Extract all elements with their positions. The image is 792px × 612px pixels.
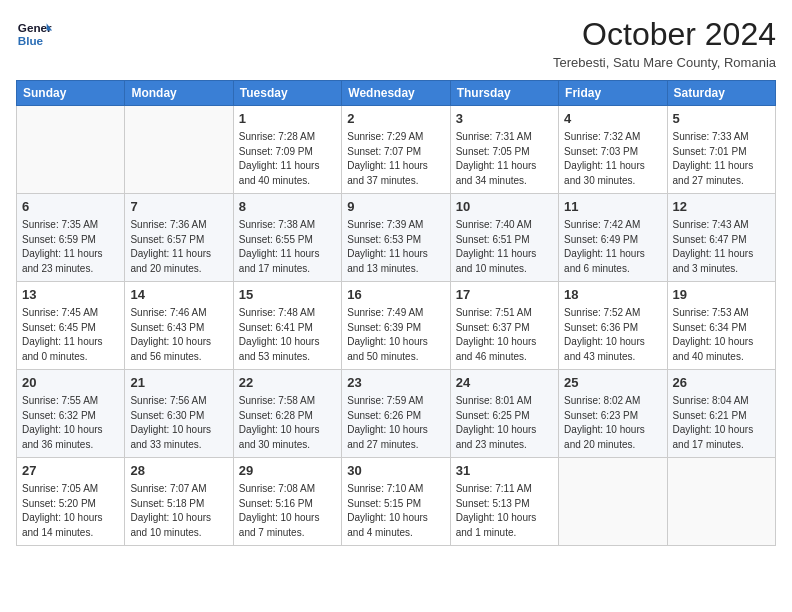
page-header: General Blue October 2024 Terebesti, Sat… [16,16,776,70]
calendar-cell [667,458,775,546]
calendar-cell: 9Sunrise: 7:39 AM Sunset: 6:53 PM Daylig… [342,194,450,282]
calendar-week-row: 13Sunrise: 7:45 AM Sunset: 6:45 PM Dayli… [17,282,776,370]
calendar-cell: 24Sunrise: 8:01 AM Sunset: 6:25 PM Dayli… [450,370,558,458]
day-number: 9 [347,198,444,216]
day-info: Sunrise: 7:43 AM Sunset: 6:47 PM Dayligh… [673,218,770,276]
calendar-week-row: 1Sunrise: 7:28 AM Sunset: 7:09 PM Daylig… [17,106,776,194]
calendar-cell: 19Sunrise: 7:53 AM Sunset: 6:34 PM Dayli… [667,282,775,370]
day-number: 11 [564,198,661,216]
day-number: 21 [130,374,227,392]
day-info: Sunrise: 8:01 AM Sunset: 6:25 PM Dayligh… [456,394,553,452]
calendar-cell: 31Sunrise: 7:11 AM Sunset: 5:13 PM Dayli… [450,458,558,546]
day-info: Sunrise: 7:39 AM Sunset: 6:53 PM Dayligh… [347,218,444,276]
day-number: 2 [347,110,444,128]
calendar-cell: 3Sunrise: 7:31 AM Sunset: 7:05 PM Daylig… [450,106,558,194]
calendar-cell: 11Sunrise: 7:42 AM Sunset: 6:49 PM Dayli… [559,194,667,282]
day-number: 17 [456,286,553,304]
day-info: Sunrise: 7:28 AM Sunset: 7:09 PM Dayligh… [239,130,336,188]
calendar-cell: 2Sunrise: 7:29 AM Sunset: 7:07 PM Daylig… [342,106,450,194]
calendar-cell: 16Sunrise: 7:49 AM Sunset: 6:39 PM Dayli… [342,282,450,370]
day-number: 24 [456,374,553,392]
day-number: 16 [347,286,444,304]
calendar-cell: 27Sunrise: 7:05 AM Sunset: 5:20 PM Dayli… [17,458,125,546]
day-info: Sunrise: 7:32 AM Sunset: 7:03 PM Dayligh… [564,130,661,188]
day-number: 6 [22,198,119,216]
day-info: Sunrise: 7:11 AM Sunset: 5:13 PM Dayligh… [456,482,553,540]
month-title: October 2024 [553,16,776,53]
day-number: 29 [239,462,336,480]
calendar-cell: 14Sunrise: 7:46 AM Sunset: 6:43 PM Dayli… [125,282,233,370]
day-info: Sunrise: 7:07 AM Sunset: 5:18 PM Dayligh… [130,482,227,540]
day-info: Sunrise: 7:05 AM Sunset: 5:20 PM Dayligh… [22,482,119,540]
day-info: Sunrise: 7:56 AM Sunset: 6:30 PM Dayligh… [130,394,227,452]
day-number: 27 [22,462,119,480]
calendar-cell [17,106,125,194]
calendar-cell: 4Sunrise: 7:32 AM Sunset: 7:03 PM Daylig… [559,106,667,194]
calendar-week-row: 6Sunrise: 7:35 AM Sunset: 6:59 PM Daylig… [17,194,776,282]
calendar-cell [559,458,667,546]
calendar-day-header: Thursday [450,81,558,106]
calendar-cell: 6Sunrise: 7:35 AM Sunset: 6:59 PM Daylig… [17,194,125,282]
calendar-cell: 20Sunrise: 7:55 AM Sunset: 6:32 PM Dayli… [17,370,125,458]
calendar-cell: 25Sunrise: 8:02 AM Sunset: 6:23 PM Dayli… [559,370,667,458]
calendar-cell: 17Sunrise: 7:51 AM Sunset: 6:37 PM Dayli… [450,282,558,370]
day-info: Sunrise: 7:10 AM Sunset: 5:15 PM Dayligh… [347,482,444,540]
day-info: Sunrise: 7:59 AM Sunset: 6:26 PM Dayligh… [347,394,444,452]
day-number: 5 [673,110,770,128]
calendar-day-header: Saturday [667,81,775,106]
calendar-cell: 18Sunrise: 7:52 AM Sunset: 6:36 PM Dayli… [559,282,667,370]
day-info: Sunrise: 7:33 AM Sunset: 7:01 PM Dayligh… [673,130,770,188]
calendar-day-header: Monday [125,81,233,106]
calendar-table: SundayMondayTuesdayWednesdayThursdayFrid… [16,80,776,546]
day-number: 14 [130,286,227,304]
calendar-cell: 28Sunrise: 7:07 AM Sunset: 5:18 PM Dayli… [125,458,233,546]
day-info: Sunrise: 7:58 AM Sunset: 6:28 PM Dayligh… [239,394,336,452]
calendar-cell: 7Sunrise: 7:36 AM Sunset: 6:57 PM Daylig… [125,194,233,282]
day-info: Sunrise: 7:52 AM Sunset: 6:36 PM Dayligh… [564,306,661,364]
calendar-cell: 1Sunrise: 7:28 AM Sunset: 7:09 PM Daylig… [233,106,341,194]
day-info: Sunrise: 7:53 AM Sunset: 6:34 PM Dayligh… [673,306,770,364]
logo-icon: General Blue [16,16,52,52]
day-number: 23 [347,374,444,392]
title-block: October 2024 Terebesti, Satu Mare County… [553,16,776,70]
day-number: 12 [673,198,770,216]
day-info: Sunrise: 8:02 AM Sunset: 6:23 PM Dayligh… [564,394,661,452]
calendar-week-row: 20Sunrise: 7:55 AM Sunset: 6:32 PM Dayli… [17,370,776,458]
day-number: 1 [239,110,336,128]
calendar-cell: 23Sunrise: 7:59 AM Sunset: 6:26 PM Dayli… [342,370,450,458]
calendar-cell: 12Sunrise: 7:43 AM Sunset: 6:47 PM Dayli… [667,194,775,282]
day-info: Sunrise: 7:55 AM Sunset: 6:32 PM Dayligh… [22,394,119,452]
calendar-day-header: Friday [559,81,667,106]
calendar-cell [125,106,233,194]
day-number: 8 [239,198,336,216]
location: Terebesti, Satu Mare County, Romania [553,55,776,70]
day-number: 19 [673,286,770,304]
day-number: 4 [564,110,661,128]
calendar-cell: 8Sunrise: 7:38 AM Sunset: 6:55 PM Daylig… [233,194,341,282]
day-info: Sunrise: 7:40 AM Sunset: 6:51 PM Dayligh… [456,218,553,276]
day-number: 18 [564,286,661,304]
calendar-cell: 15Sunrise: 7:48 AM Sunset: 6:41 PM Dayli… [233,282,341,370]
day-info: Sunrise: 7:29 AM Sunset: 7:07 PM Dayligh… [347,130,444,188]
day-number: 26 [673,374,770,392]
day-number: 28 [130,462,227,480]
calendar-week-row: 27Sunrise: 7:05 AM Sunset: 5:20 PM Dayli… [17,458,776,546]
calendar-cell: 29Sunrise: 7:08 AM Sunset: 5:16 PM Dayli… [233,458,341,546]
day-number: 31 [456,462,553,480]
calendar-cell: 10Sunrise: 7:40 AM Sunset: 6:51 PM Dayli… [450,194,558,282]
day-number: 22 [239,374,336,392]
day-info: Sunrise: 7:49 AM Sunset: 6:39 PM Dayligh… [347,306,444,364]
day-number: 15 [239,286,336,304]
day-info: Sunrise: 7:46 AM Sunset: 6:43 PM Dayligh… [130,306,227,364]
calendar-day-header: Tuesday [233,81,341,106]
svg-text:Blue: Blue [18,34,44,47]
day-number: 20 [22,374,119,392]
calendar-cell: 22Sunrise: 7:58 AM Sunset: 6:28 PM Dayli… [233,370,341,458]
day-number: 7 [130,198,227,216]
day-info: Sunrise: 7:42 AM Sunset: 6:49 PM Dayligh… [564,218,661,276]
logo: General Blue [16,16,52,52]
calendar-cell: 13Sunrise: 7:45 AM Sunset: 6:45 PM Dayli… [17,282,125,370]
day-number: 13 [22,286,119,304]
calendar-cell: 26Sunrise: 8:04 AM Sunset: 6:21 PM Dayli… [667,370,775,458]
day-info: Sunrise: 7:08 AM Sunset: 5:16 PM Dayligh… [239,482,336,540]
